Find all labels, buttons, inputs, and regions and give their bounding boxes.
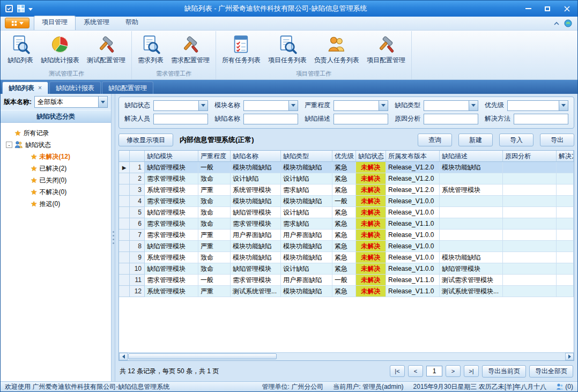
ribbon-tab-3[interactable]: 帮助 <box>117 16 146 30</box>
column-header-1[interactable]: 缺陷模块 <box>145 151 198 162</box>
filter-value-input[interactable] <box>508 101 559 110</box>
doc-tab-1[interactable]: 缺陷列表× <box>2 82 48 94</box>
grid-row-1[interactable]: ▶1缺陷管理模块一般模块功能缺陷模块功能缺陷紧急未解决Release_V1.2.… <box>119 162 574 173</box>
filter-input-5[interactable] <box>514 114 568 124</box>
grid-row-5[interactable]: 5缺陷管理模块致命缺陷管理模块设计缺陷紧急未解决Release_V1.0.0 <box>119 207 574 218</box>
column-header-6[interactable]: 缺陷状态 <box>356 151 386 162</box>
filter-combo-2[interactable] <box>243 100 298 111</box>
export-all-pages-button[interactable]: 导出全部页 <box>529 365 573 378</box>
tree-item-4[interactable]: ★已解决(2) <box>2 162 110 174</box>
collapse-icon[interactable]: - <box>6 142 12 148</box>
splitter-handle[interactable] <box>112 94 115 381</box>
scrollbar-track[interactable] <box>128 353 565 360</box>
close-tab-icon[interactable]: × <box>38 85 42 91</box>
version-combobox[interactable]: 全部版本 <box>34 96 108 108</box>
import-button[interactable]: 导入 <box>499 134 533 146</box>
tree-item-1[interactable]: ★所有记录 <box>2 127 110 139</box>
export-button[interactable]: 导出 <box>540 134 574 146</box>
filter-input-3[interactable] <box>334 114 388 124</box>
scroll-left-icon[interactable] <box>119 353 128 360</box>
tree-item-5[interactable]: ★已关闭(0) <box>2 174 110 186</box>
dropdown-arrow-icon[interactable] <box>379 101 388 110</box>
maximize-button[interactable] <box>538 2 557 16</box>
ribbon-button-3-1[interactable]: 所有任务列表 <box>218 32 264 70</box>
filter-combo-4[interactable] <box>424 100 478 111</box>
export-current-page-button[interactable]: 导出当前页 <box>482 365 526 378</box>
filter-value-input[interactable] <box>244 101 288 110</box>
filter-value-input[interactable] <box>154 114 208 124</box>
filter-input-2[interactable] <box>243 114 298 124</box>
ribbon-tab-2[interactable]: 系统管理 <box>76 16 117 30</box>
filter-combo-3[interactable] <box>334 100 388 111</box>
tree-item-3[interactable]: ★未解决(12) <box>2 151 110 162</box>
minimize-button[interactable] <box>518 2 538 16</box>
ribbon-button-2-1[interactable]: 需求列表 <box>134 32 167 70</box>
filter-value-input[interactable] <box>424 114 478 124</box>
ribbon-button-1-3[interactable]: 测试配置管理 <box>83 32 129 70</box>
horizontal-scrollbar[interactable] <box>119 352 574 360</box>
filter-combo-1[interactable] <box>153 100 208 111</box>
grid-row-7[interactable]: 7需求管理模块严重用户界面缺陷用户界面缺陷紧急未解决Release_V1.0.0 <box>119 230 574 241</box>
grid-row-12[interactable]: 12系统管理模块严重测试系统管理...模块功能缺陷紧急未解决Release_V1… <box>119 286 574 297</box>
grid-row-2[interactable]: 2需求管理模块致命设计缺陷设计缺陷紧急未解决Release_V1.2.0 <box>119 173 574 184</box>
ribbon-button-1-2[interactable]: 缺陷统计报表 <box>37 32 83 70</box>
scrollbar-thumb[interactable] <box>128 353 277 359</box>
scroll-right-icon[interactable] <box>565 353 574 360</box>
filter-input-1[interactable] <box>153 114 208 124</box>
doc-tab-2[interactable]: 缺陷统计报表 <box>49 82 101 94</box>
close-button[interactable] <box>557 2 576 16</box>
grid-row-8[interactable]: 8缺陷管理模块严重模块功能缺陷模块功能缺陷紧急未解决Release_V1.0.0 <box>119 241 574 252</box>
prev-page-button[interactable]: < <box>408 365 423 377</box>
filter-value-input[interactable] <box>334 101 379 110</box>
filter-value-input[interactable] <box>244 114 298 124</box>
help-icon[interactable] <box>564 19 572 27</box>
tree-item-7[interactable]: ★推迟(0) <box>2 198 110 210</box>
tree-item-6[interactable]: ★不解决(0) <box>2 186 110 198</box>
column-header-5[interactable]: 优先级 <box>332 151 356 162</box>
column-header-9[interactable]: 原因分析 <box>503 151 557 162</box>
column-header-7[interactable]: 所属发布版本 <box>386 151 440 162</box>
grid-cell: 紧急 <box>332 241 356 252</box>
dropdown-arrow-icon[interactable] <box>98 97 107 107</box>
filter-value-input[interactable] <box>154 101 198 110</box>
grid-row-10[interactable]: 10缺陷管理模块致命缺陷管理模块设计缺陷紧急未解决Release_V1.0.0缺… <box>119 263 574 275</box>
filter-value-input[interactable] <box>514 114 568 124</box>
column-header-10[interactable]: 解决方法 <box>557 151 574 162</box>
filter-value-input[interactable] <box>424 101 469 110</box>
tree-item-2[interactable]: -缺陷状态 <box>2 139 110 151</box>
doc-tab-3[interactable]: 缺陷配置管理 <box>102 82 153 94</box>
new-button[interactable]: 新建 <box>458 134 493 146</box>
modify-columns-button[interactable]: 修改显示项目 <box>118 134 173 146</box>
column-header-4[interactable]: 缺陷类型 <box>281 151 332 162</box>
ribbon-button-1-1[interactable]: 缺陷列表 <box>4 32 37 70</box>
grid-row-4[interactable]: 4需求管理模块致命模块功能缺陷模块功能缺陷一般未解决Release_V1.0.0 <box>119 196 574 207</box>
last-page-button[interactable]: >| <box>464 365 479 377</box>
next-page-button[interactable]: > <box>446 365 461 377</box>
ribbon-button-3-3[interactable]: 负责人任务列表 <box>310 32 363 70</box>
ribbon-button-3-2[interactable]: 项目任务列表 <box>264 32 310 70</box>
filter-combo-5[interactable] <box>507 100 568 111</box>
page-number-input[interactable] <box>426 366 442 376</box>
ribbon-tab-1[interactable]: 项目管理 <box>34 16 76 30</box>
filter-value-input[interactable] <box>334 114 388 124</box>
dropdown-arrow-icon[interactable] <box>288 101 298 110</box>
dropdown-arrow-icon[interactable] <box>198 101 208 110</box>
first-page-button[interactable]: |< <box>390 365 405 377</box>
app-menu-button[interactable] <box>5 18 29 28</box>
column-header-3[interactable]: 缺陷名称 <box>231 151 281 162</box>
query-button[interactable]: 查询 <box>418 134 452 146</box>
grid-row-3[interactable]: 3系统管理模块严重系统管理模块需求缺陷紧急未解决Release_V1.2.0系统… <box>119 184 574 196</box>
dropdown-arrow-icon[interactable] <box>469 101 478 110</box>
column-header-2[interactable]: 严重程度 <box>198 151 231 162</box>
quick-access-icon[interactable] <box>17 4 25 13</box>
column-header-8[interactable]: 缺陷描述 <box>440 151 503 162</box>
quick-access-dropdown-icon[interactable] <box>28 5 33 12</box>
filter-input-4[interactable] <box>424 114 478 124</box>
collapse-ribbon-icon[interactable] <box>553 20 560 27</box>
ribbon-button-3-4[interactable]: 项目配置管理 <box>363 32 409 70</box>
grid-row-11[interactable]: 11需求管理模块一般需求管理模块用户界面缺陷一般未解决Release_V1.1.… <box>119 275 574 286</box>
grid-row-6[interactable]: 6需求管理模块致命需求管理模块需求缺陷紧急未解决Release_V1.1.0 <box>119 218 574 230</box>
ribbon-button-2-2[interactable]: 需求配置管理 <box>167 32 213 70</box>
grid-row-9[interactable]: 9系统管理模块致命模块功能缺陷模块功能缺陷紧急未解决Release_V1.0.0… <box>119 252 574 263</box>
dropdown-arrow-icon[interactable] <box>559 101 568 110</box>
